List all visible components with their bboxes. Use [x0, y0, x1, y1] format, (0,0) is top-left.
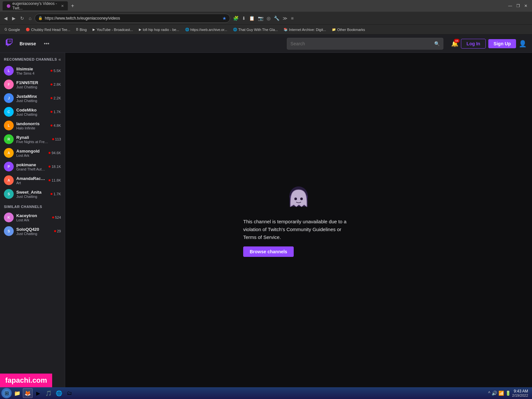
- sidebar-item-rynali[interactable]: R Rynali Five Nights at Fred... 113: [0, 132, 65, 146]
- screenshot-button[interactable]: 📷: [257, 15, 264, 22]
- viewer-number: 113: [55, 137, 61, 141]
- bookmark-youtube[interactable]: ▶ YouTube - Broadcast...: [91, 27, 135, 32]
- more-menu-button[interactable]: •••: [43, 39, 51, 48]
- sidebar-item-landonorris[interactable]: L landonorris Halo Infinite 4.8K: [0, 119, 65, 132]
- channel-game: Lost Ark: [16, 154, 46, 157]
- channel-info: lilsimsie The Sims 4: [16, 66, 48, 75]
- viewer-number: 524: [55, 215, 61, 219]
- bookmark-star-icon[interactable]: ★: [222, 16, 227, 21]
- sidebar-item-sweet_anita[interactable]: S Sweet_Anita Just Chatting 1.7K: [0, 187, 65, 201]
- sidebar-item-pokimane[interactable]: P pokimane Grand Theft Auto V 18.1K: [0, 160, 65, 173]
- address-bar[interactable]: 🔒 https://www.twitch.tv/eugeniacooney/vi…: [35, 14, 230, 23]
- browse-button[interactable]: Browse: [17, 40, 39, 48]
- sidebar-item-amandarachlee[interactable]: A AmandaRachLee Art 11.8K: [0, 173, 65, 187]
- live-indicator: [51, 97, 52, 99]
- clock-date: 2/19/2022: [512, 393, 528, 397]
- minimize-button[interactable]: —: [507, 2, 514, 9]
- similar-channels-list: K Kaceytron Lost Ark 524 S SoloQQ420 Jus…: [0, 211, 65, 238]
- taskbar-explorer-icon[interactable]: 🗂: [65, 388, 74, 398]
- bookmark-other[interactable]: 📁 Other Bookmarks: [330, 27, 367, 32]
- tab-favicon: 🟣: [7, 4, 10, 8]
- taskbar-browser-icon[interactable]: 🦊: [23, 388, 33, 398]
- history-button[interactable]: 📋: [248, 15, 256, 22]
- taskbar-media-icon[interactable]: ▶: [33, 388, 43, 398]
- channel-game: Just Chatting: [16, 195, 48, 199]
- more-tools-icon[interactable]: ≫: [282, 15, 288, 22]
- channel-info: landonorris Halo Infinite: [16, 121, 48, 130]
- taskbar-chrome-icon[interactable]: 🌐: [54, 388, 64, 398]
- download-button[interactable]: ⬇: [241, 15, 247, 22]
- avatar: L: [4, 121, 14, 130]
- tray-network-icon[interactable]: 📶: [498, 391, 504, 396]
- viewer-count: 94.6K: [49, 151, 61, 155]
- bookmark-archive[interactable]: 🌐 https://web.archive.or...: [183, 27, 229, 32]
- bookmark-chubby[interactable]: 🔴 Chubby Red Head Tee...: [24, 27, 72, 32]
- taskbar-vlc-icon[interactable]: 🎵: [44, 388, 53, 398]
- meta-icon[interactable]: ◎: [266, 15, 272, 22]
- addon-icon[interactable]: 🔧: [273, 15, 280, 22]
- bookmarks-bar: G Google 🔴 Chubby Red Head Tee... B Bing…: [0, 25, 532, 35]
- live-indicator: [54, 230, 56, 232]
- page-content: This channel is temporarily unavailable …: [65, 53, 532, 387]
- channel-info: SoloQQ420 Just Chatting: [16, 227, 52, 236]
- restore-button[interactable]: ❐: [514, 2, 522, 9]
- avatar: F: [4, 80, 14, 89]
- back-button[interactable]: ◀: [3, 14, 9, 22]
- header-search: 🔍: [287, 38, 443, 50]
- viewer-number: 1.7K: [53, 192, 61, 196]
- channel-info: CodeMiko Just Chatting: [16, 108, 48, 116]
- new-tab-button[interactable]: +: [69, 3, 76, 9]
- viewer-number: 18.1K: [52, 165, 61, 169]
- channel-name: F1NN5TER: [16, 80, 48, 85]
- browser-navbar: ◀ ▶ ↻ ⌂ 🔒 https://www.twitch.tv/eugeniac…: [0, 12, 532, 25]
- close-tab-button[interactable]: ✕: [61, 4, 64, 8]
- notification-badge: 44: [454, 39, 460, 43]
- search-icon[interactable]: 🔍: [434, 41, 440, 46]
- channel-name: landonorris: [16, 121, 48, 126]
- search-input[interactable]: [290, 41, 434, 46]
- forward-button[interactable]: ▶: [11, 14, 17, 22]
- browse-channels-button[interactable]: Browse channels: [243, 246, 294, 257]
- sidebar-item-codemiko[interactable]: C CodeMiko Just Chatting 1.7K: [0, 105, 65, 119]
- start-button[interactable]: ⊞: [1, 388, 12, 398]
- active-tab[interactable]: 🟣 eugeniacooney's Videos - Twit... ✕: [3, 1, 68, 10]
- home-button[interactable]: ⌂: [27, 14, 33, 22]
- bookmark-thatguy[interactable]: 🌐 That Guy With The Gla...: [231, 27, 280, 32]
- notification-button[interactable]: 🔔 44: [451, 40, 458, 47]
- viewer-number: 11.8K: [52, 178, 61, 182]
- bookmark-google[interactable]: G Google: [3, 27, 22, 32]
- twitch-logo[interactable]: [5, 39, 13, 49]
- collapse-recommended-button[interactable]: «: [58, 57, 61, 62]
- tray-chevron-icon[interactable]: ^: [488, 391, 490, 396]
- bookmark-lofi[interactable]: ▶ lofi hip hop radio - be...: [137, 27, 181, 32]
- sidebar-item-f1nn5ter[interactable]: F F1NN5TER Just Chatting 2.8K: [0, 78, 65, 91]
- extensions-button[interactable]: 🧩: [232, 15, 240, 22]
- channel-game: The Sims 4: [16, 71, 48, 75]
- system-clock[interactable]: 9:43 AM 2/19/2022: [512, 389, 528, 397]
- tray-battery-icon[interactable]: 🔋: [505, 391, 511, 396]
- sidebar-item-lilsimsie[interactable]: L lilsimsie The Sims 4 5.5K: [0, 64, 65, 78]
- menu-button[interactable]: ≡: [290, 15, 294, 22]
- unavailable-message: This channel is temporarily unavailable …: [243, 218, 354, 241]
- tray-audio-icon[interactable]: 🔊: [492, 391, 497, 396]
- refresh-button[interactable]: ↻: [19, 14, 25, 22]
- close-window-button[interactable]: ✕: [522, 2, 529, 9]
- sidebar-item-asmongold[interactable]: A Asmongold Lost Ark 94.6K: [0, 146, 65, 160]
- sidebar-similar-item-soloqq420[interactable]: S SoloQQ420 Just Chatting 29: [0, 224, 65, 238]
- avatar: L: [4, 66, 14, 76]
- channel-game: Just Chatting: [16, 232, 52, 236]
- user-icon[interactable]: 👤: [519, 40, 527, 48]
- live-indicator: [49, 179, 51, 181]
- login-button[interactable]: Log In: [461, 39, 486, 49]
- app-container: Browse ••• 🔍 🔔 44 Log In Sign Up 👤 RECOM…: [0, 35, 532, 387]
- bookmark-ia[interactable]: 📚 Internet Archive: Digit...: [282, 27, 328, 32]
- taskbar-files-icon[interactable]: 📁: [12, 388, 22, 398]
- avatar: K: [4, 213, 14, 222]
- sidebar-item-justaminx[interactable]: J JustaMinx Just Chatting 2.2K: [0, 91, 65, 105]
- channel-game: Five Nights at Fred...: [16, 140, 50, 144]
- channel-game: Just Chatting: [16, 85, 48, 89]
- signup-button[interactable]: Sign Up: [488, 39, 516, 48]
- browser-titlebar: 🟣 eugeniacooney's Videos - Twit... ✕ + —…: [0, 0, 532, 12]
- sidebar-similar-item-kaceytron[interactable]: K Kaceytron Lost Ark 524: [0, 211, 65, 224]
- bookmark-bing[interactable]: B Bing: [74, 27, 89, 32]
